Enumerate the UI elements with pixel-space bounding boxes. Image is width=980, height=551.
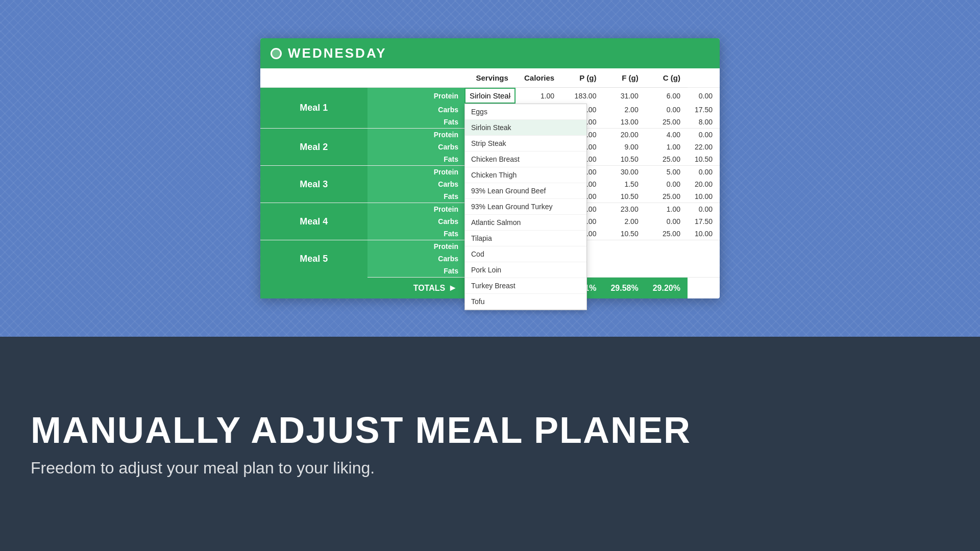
macro-label-4-2: Carbs — [368, 215, 464, 228]
planner-container: WEDNESDAY Servings Calories P (g) F (g) … — [260, 38, 720, 298]
cell-c-4-3: 10.00 — [688, 228, 720, 240]
macro-label-3-2: Carbs — [368, 178, 464, 190]
macro-label-1-3: Fats — [368, 116, 464, 129]
cell-p-2-3: 10.50 — [603, 153, 645, 166]
dropdown-item[interactable]: Chicken Breast — [465, 152, 586, 167]
cell-f-3-2: 0.00 — [646, 178, 688, 190]
meal-body: Meal 1ProteinEggsSirloin SteakStrip Stea… — [260, 88, 720, 278]
cell-f-2-3: 25.00 — [646, 153, 688, 166]
dropdown-item[interactable]: Strip Steak — [465, 136, 586, 152]
dropdown-item[interactable]: 93% Lean Ground Turkey — [465, 199, 586, 215]
cell-f-4-3: 25.00 — [646, 228, 688, 240]
totals-label-text: TOTALS — [413, 284, 446, 293]
bottom-subtitle: Freedom to adjust your meal plan to your… — [31, 459, 949, 478]
circle-icon — [271, 48, 282, 59]
cell-f-4-2: 0.00 — [646, 215, 688, 228]
cell-f-4-1: 1.00 — [646, 203, 688, 216]
cell-p-3-2: 1.50 — [603, 178, 645, 190]
cell-c-2-3: 10.50 — [688, 153, 720, 166]
cell-p-1-1: 31.00 — [603, 88, 645, 104]
meal-label-4: Meal 4 — [260, 203, 368, 240]
cell-f-3-1: 5.00 — [646, 166, 688, 179]
dropdown-item[interactable]: Sirloin Steak — [465, 120, 586, 136]
cell-p-3-3: 10.50 — [603, 190, 645, 203]
macro-label-3-1: Protein — [368, 166, 464, 179]
cell-c-5-3 — [688, 265, 720, 278]
macro-label-2-2: Carbs — [368, 141, 464, 153]
cell-c-2-2: 22.00 — [688, 141, 720, 153]
bottom-section: MANUALLY ADJUST MEAL PLANER Freedom to a… — [0, 337, 980, 551]
cell-f-5-3 — [646, 265, 688, 278]
meal-label-5: Meal 5 — [260, 240, 368, 278]
cell-c-1-3: 8.00 — [688, 116, 720, 129]
food-cell-1-1[interactable]: EggsSirloin SteakStrip SteakChicken Brea… — [464, 88, 516, 104]
cell-p-5-2 — [603, 253, 645, 265]
meal-table: Servings Calories P (g) F (g) C (g) Meal… — [260, 68, 720, 298]
cell-p-2-2: 9.00 — [603, 141, 645, 153]
macro-label-1-1: Protein — [368, 88, 464, 104]
carbs-header: C (g) — [646, 68, 688, 88]
cell-p-4-3: 10.50 — [603, 228, 645, 240]
totals-label-cell: TOTALS ► — [260, 278, 464, 299]
cell-c-2-1: 0.00 — [688, 129, 720, 141]
bottom-title: MANUALLY ADJUST MEAL PLANER — [31, 410, 949, 450]
cell-c-4-2: 17.50 — [688, 215, 720, 228]
cell-f-3-3: 25.00 — [646, 190, 688, 203]
cell-calories-1-1: 183.00 — [561, 88, 603, 104]
cell-f-2-1: 4.00 — [646, 129, 688, 141]
cell-f-5-1 — [646, 240, 688, 253]
dropdown-item[interactable]: Tofu — [465, 294, 586, 310]
macro-label-4-3: Fats — [368, 228, 464, 240]
table-wrapper: Servings Calories P (g) F (g) C (g) Meal… — [260, 68, 720, 298]
dropdown-item[interactable]: Turkey Breast — [465, 278, 586, 294]
food-search-input[interactable] — [464, 88, 516, 104]
column-headers: Servings Calories P (g) F (g) C (g) — [260, 68, 720, 88]
macro-label-4-1: Protein — [368, 203, 464, 216]
cell-c-3-2: 20.00 — [688, 178, 720, 190]
cell-p-4-2: 2.00 — [603, 215, 645, 228]
cell-c-1-1: 0.00 — [688, 88, 720, 104]
dropdown-item[interactable]: 93% Lean Ground Beef — [465, 183, 586, 199]
cell-p-2-1: 20.00 — [603, 129, 645, 141]
macro-label-5-2: Carbs — [368, 253, 464, 265]
day-label: WEDNESDAY — [288, 45, 387, 61]
cell-c-5-1 — [688, 240, 720, 253]
cell-c-5-2 — [688, 253, 720, 265]
meal-label-1: Meal 1 — [260, 88, 368, 129]
totals-arrow-icon: ► — [448, 283, 457, 293]
macro-label-2-1: Protein — [368, 129, 464, 141]
dropdown-item[interactable]: Eggs — [465, 104, 586, 120]
cell-c-3-3: 10.00 — [688, 190, 720, 203]
cell-p-1-3: 13.00 — [603, 116, 645, 129]
servings-header: Servings — [464, 68, 516, 88]
cell-f-1-2: 0.00 — [646, 104, 688, 116]
macro-label-1-2: Carbs — [368, 104, 464, 116]
day-header: WEDNESDAY — [260, 38, 720, 68]
macro-label-5-1: Protein — [368, 240, 464, 253]
cell-p-5-3 — [603, 265, 645, 278]
cell-c-4-1: 0.00 — [688, 203, 720, 216]
calories-header: Calories — [516, 68, 561, 88]
totals-carbs-pct: 29.20% — [646, 278, 688, 299]
macro-label-3-3: Fats — [368, 190, 464, 203]
cell-servings-1-1: 1.00 — [516, 88, 561, 104]
cell-c-1-2: 17.50 — [688, 104, 720, 116]
cell-p-3-1: 30.00 — [603, 166, 645, 179]
cell-c-3-1: 0.00 — [688, 166, 720, 179]
dropdown-item[interactable]: Tilapia — [465, 231, 586, 246]
cell-f-2-2: 1.00 — [646, 141, 688, 153]
dropdown-item[interactable]: Chicken Thigh — [465, 167, 586, 183]
cell-p-5-1 — [603, 240, 645, 253]
protein-header: P (g) — [561, 68, 603, 88]
macro-label-5-3: Fats — [368, 265, 464, 278]
dropdown-item[interactable]: Pork Loin — [465, 262, 586, 278]
cell-p-1-2: 2.00 — [603, 104, 645, 116]
dropdown-item[interactable]: Cod — [465, 246, 586, 262]
top-section: WEDNESDAY Servings Calories P (g) F (g) … — [0, 0, 980, 337]
dropdown-item[interactable]: Atlantic Salmon — [465, 215, 586, 231]
meal-label-3: Meal 3 — [260, 166, 368, 203]
cell-f-1-1: 6.00 — [646, 88, 688, 104]
totals-fat-pct: 29.58% — [603, 278, 645, 299]
cell-p-4-1: 23.00 — [603, 203, 645, 216]
meal-label-2: Meal 2 — [260, 129, 368, 166]
